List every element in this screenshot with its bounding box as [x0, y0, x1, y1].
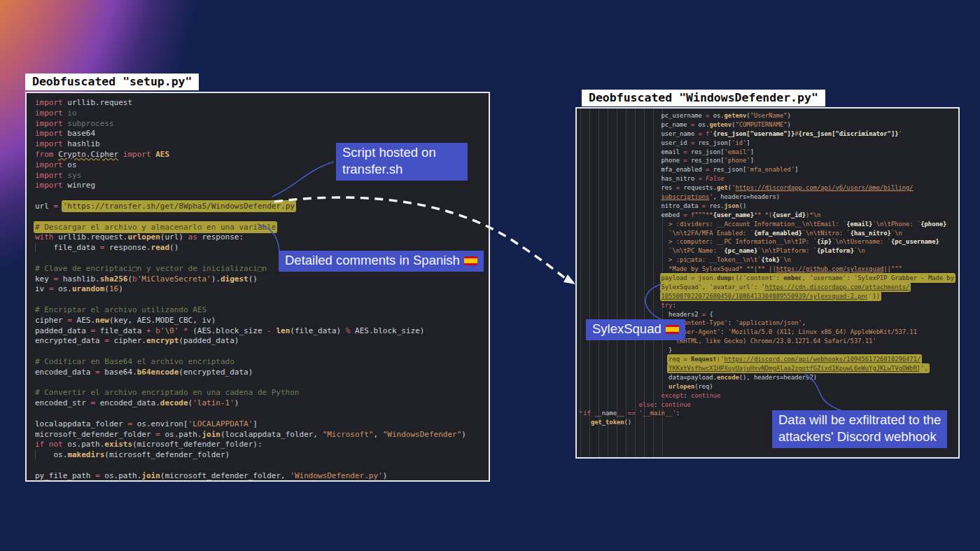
callout-discord-webhook: Data will be exfiltrated to the attacker… [772, 410, 947, 448]
callout-webhook-line2: attackers' Discord webhook [778, 428, 941, 445]
callout-spanish-comments: Detailed comments in Spanish [279, 251, 484, 272]
callout-transfer-line1: Script hosted on [342, 144, 461, 161]
callout-sylexsquad-label: SylexSquad [592, 321, 662, 336]
callout-transfer-sh: Script hosted on transfer.sh [336, 143, 468, 181]
callout-spanish-label: Detailed comments in Spanish [285, 253, 460, 267]
code-panel-windowsdefender-py: pc_username = os.getenv("UserName") pc_n… [575, 107, 960, 459]
fold-chevron-icon: ⌄ [579, 407, 582, 414]
arrowhead-icon [564, 274, 575, 284]
callout-sylexsquad: SylexSquad [586, 319, 685, 340]
callout-transfer-line2: transfer.sh [342, 161, 461, 178]
panel-title-setup-py: Deobfuscated "setup.py" [25, 74, 199, 90]
code-editor-windowsdefender-py: pc_username = os.getenv("UserName") pc_n… [577, 109, 958, 427]
spain-flag-icon [666, 325, 679, 334]
panel-title-windowsdefender-py: Deobfuscated "WindowsDefender.py" [582, 90, 825, 106]
malware-analysis-slide: import urllib.requestimport ioimport sub… [0, 0, 980, 551]
spain-flag-icon [464, 256, 477, 265]
callout-webhook-line1: Data will be exfiltrated to the [778, 412, 941, 428]
